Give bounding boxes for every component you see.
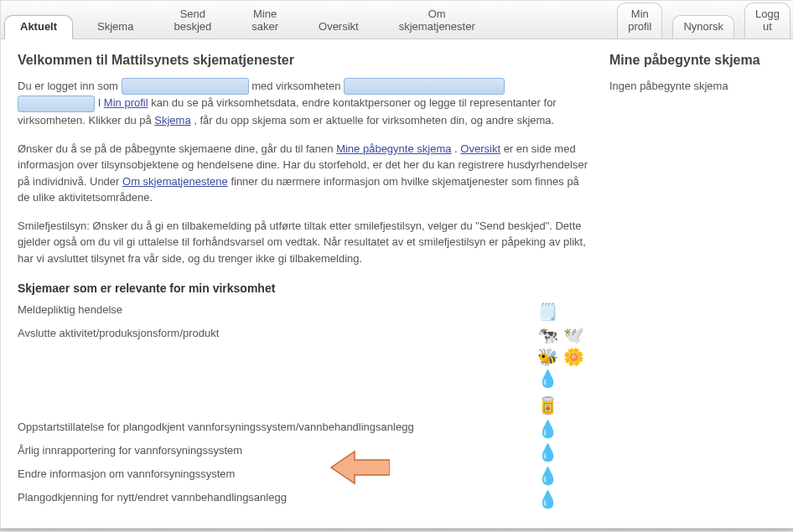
jar-icon: 🥫 xyxy=(537,397,558,414)
link-oversikt[interactable]: Oversikt xyxy=(460,142,500,155)
drop-icon: 💧 xyxy=(537,467,558,484)
intro-text: I xyxy=(98,96,104,109)
tab-min-profil[interactable]: Min profil xyxy=(617,3,662,39)
tab-send-beskjed[interactable]: Send beskjed xyxy=(158,3,227,39)
form-row-label: Endre informasjon om vannforsyningssyste… xyxy=(18,467,537,480)
form-row[interactable]: Plangodkjenning for nytt/endret vannbeha… xyxy=(18,488,593,511)
bee-icon: 🐝 xyxy=(537,349,558,365)
tab-aktuelt[interactable]: Aktuelt xyxy=(4,15,73,39)
link-skjema[interactable]: Skjema xyxy=(154,114,190,127)
side-column: Mine påbegynte skjema Ingen påbegynte sk… xyxy=(609,49,777,511)
drop-icon: 💧 xyxy=(537,370,558,387)
link-mine-pabegynte[interactable]: Mine påbegynte skjema xyxy=(336,142,451,155)
main-column: Velkommen til Mattilsynets skjematjenest… xyxy=(18,49,609,511)
flower-icon: 🌼 xyxy=(563,349,584,365)
form-row[interactable]: Avslutte aktivitet/produksjonsform/produ… xyxy=(18,323,593,417)
form-row-label: Meldepliktig hendelse xyxy=(18,303,537,316)
form-row-icons: 💧 xyxy=(537,491,593,508)
user-name-field xyxy=(122,78,249,95)
form-row[interactable]: Årlig innrapportering for vannforsynings… xyxy=(18,441,593,464)
org-extra-field xyxy=(18,96,95,112)
tab-logg-ut[interactable]: Logg ut xyxy=(744,3,790,39)
side-title: Mine påbegynte skjema xyxy=(609,53,777,68)
intro-text: Du er logget inn som xyxy=(18,80,122,92)
intro-paragraph-3: Smilefjestilsyn: Ønsker du å gi en tilba… xyxy=(18,218,593,267)
intro-paragraph-1: Du er logget inn som med virksomheten I … xyxy=(18,78,593,129)
content-area: Velkommen til Mattilsynets skjematjenest… xyxy=(1,39,793,528)
form-row[interactable]: Oppstartstillatelse for plangodkjent van… xyxy=(18,417,593,441)
drop-icon: 💧 xyxy=(537,444,558,461)
org-name-field xyxy=(344,78,505,95)
relevant-forms-list: Meldepliktig hendelse🗒️Avslutte aktivite… xyxy=(18,300,593,511)
tab-oversikt[interactable]: Oversikt xyxy=(303,15,375,39)
form-row-label: Avslutte aktivitet/produksjonsform/produ… xyxy=(18,327,537,339)
cow-icon: 🐄 xyxy=(537,327,558,343)
tab-bar: Aktuelt Skjema Send beskjed Mine saker O… xyxy=(1,1,793,39)
intro-paragraph-2: Ønsker du å se på de påbegynte skjemaene… xyxy=(18,141,593,206)
drop-icon: 💧 xyxy=(537,491,558,508)
form-row-icons: 🗒️ xyxy=(537,303,593,320)
link-min-profil[interactable]: Min profil xyxy=(104,96,148,109)
form-row-icons: 🐄🕊️🐝🌼💧🥫 xyxy=(537,327,593,414)
form-row-label: Oppstartstillatelse for plangodkjent van… xyxy=(18,421,537,433)
side-empty-text: Ingen påbegynte skjema xyxy=(609,78,777,95)
intro-text: , får du opp skjema som er aktuelle for … xyxy=(194,114,554,127)
relevant-forms-heading: Skjemaer som er relevante for min virkso… xyxy=(18,281,593,295)
form-row-icons: 💧 xyxy=(537,444,593,461)
link-om-skjematjenestene[interactable]: Om skjematjenestene xyxy=(122,175,228,188)
intro-text: med virksomheten xyxy=(251,80,344,92)
form-row[interactable]: Endre informasjon om vannforsyningssyste… xyxy=(18,464,593,488)
form-row[interactable]: Meldepliktig hendelse🗒️ xyxy=(18,300,593,323)
form-row-label: Plangodkjenning for nytt/endret vannbeha… xyxy=(18,491,537,504)
form-row-icons: 💧 xyxy=(537,467,593,484)
form-row-label: Årlig innrapportering for vannforsynings… xyxy=(18,444,537,457)
tab-nynorsk[interactable]: Nynorsk xyxy=(672,15,734,39)
app-window: Aktuelt Skjema Send beskjed Mine saker O… xyxy=(0,0,793,529)
tab-om-skjematjenester[interactable]: Om skjematjenester xyxy=(383,3,491,39)
tab-mine-saker[interactable]: Mine saker xyxy=(236,3,294,39)
page-title: Velkommen til Mattilsynets skjematjenest… xyxy=(18,53,593,68)
notepad-icon: 🗒️ xyxy=(537,303,558,320)
intro-text: Ønsker du å se på de påbegynte skjemaene… xyxy=(18,142,336,155)
tab-skjema[interactable]: Skjema xyxy=(81,15,149,39)
bird-icon: 🕊️ xyxy=(563,327,584,343)
form-row-icons: 💧 xyxy=(537,421,593,437)
page-shadow xyxy=(0,529,793,532)
drop-icon: 💧 xyxy=(537,421,558,437)
